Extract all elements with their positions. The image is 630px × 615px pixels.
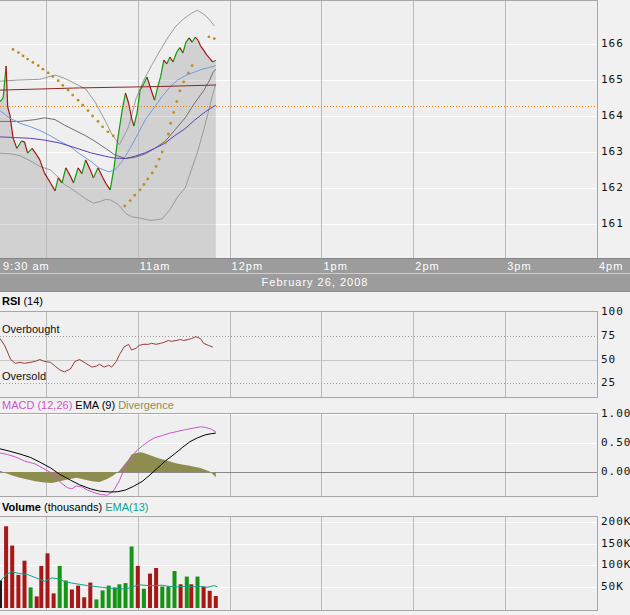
volume-bar	[52, 593, 56, 608]
oversold-label: Oversold	[2, 370, 46, 382]
y-axis-label: 200K	[601, 515, 630, 528]
sar-dot	[169, 122, 172, 125]
y-axis-label: 0.00	[601, 465, 630, 478]
sar-dot	[172, 111, 175, 114]
volume-bar	[76, 586, 80, 608]
sar-dot	[61, 84, 64, 87]
price-chart	[0, 0, 598, 258]
sar-dot	[81, 104, 84, 107]
time-axis-label: 11am	[140, 260, 171, 272]
rsi-chart	[0, 311, 598, 398]
panel-title-part: Volume	[2, 501, 41, 513]
y-axis-label: 100	[601, 305, 624, 318]
sar-dot	[179, 89, 182, 92]
sar-dot	[213, 37, 216, 40]
rsi-plot	[0, 311, 598, 398]
sar-dot	[208, 35, 211, 38]
volume-bar	[10, 546, 14, 608]
sar-dot	[71, 94, 74, 97]
time-axis-label: 1pm	[323, 260, 347, 272]
y-axis-label: 166	[601, 37, 624, 50]
panel-title-part: EMA(13)	[102, 501, 148, 513]
sar-dot	[107, 130, 110, 133]
time-axis-bar: 9:30 am11am12pm1pm2pm3pm4pm	[0, 258, 630, 273]
sar-dot	[167, 133, 170, 136]
y-axis-label: 163	[601, 145, 624, 158]
volume-bar	[179, 584, 183, 608]
y-axis-label: 162	[601, 181, 624, 194]
time-axis-label: 9:30 am	[3, 260, 50, 272]
volume-bar	[196, 577, 200, 608]
panel-title-part: EMA (9)	[72, 399, 115, 411]
volume-bar	[148, 574, 152, 608]
volume-chart	[0, 516, 598, 611]
sar-dot	[37, 64, 40, 67]
sar-dot	[155, 165, 158, 168]
volume-bar	[0, 581, 2, 609]
sar-dot	[32, 61, 35, 64]
panel-title-part: RSI	[2, 295, 20, 307]
sar-dot	[151, 172, 154, 175]
sar-dot	[101, 125, 104, 128]
sar-dot	[87, 109, 90, 112]
volume-bar	[58, 566, 62, 608]
sar-dot	[139, 188, 142, 191]
panel-title-part: MACD (12,26)	[2, 399, 72, 411]
y-axis-label: 50K	[601, 580, 624, 593]
overbought-label: Overbought	[2, 323, 59, 335]
y-axis-label: 161	[601, 217, 624, 230]
volume-bar	[136, 566, 140, 608]
y-axis-label: 1.00	[601, 407, 630, 420]
volume-bar	[70, 590, 74, 609]
volume-bar	[82, 597, 86, 608]
sar-dot	[175, 100, 178, 103]
volume-bar	[189, 584, 193, 608]
y-axis-label: 0.50	[601, 436, 630, 449]
y-axis-label: 75	[601, 329, 616, 342]
sar-dot	[182, 80, 185, 83]
volume-bar	[107, 586, 111, 608]
sar-dot	[67, 89, 70, 92]
volume-bar	[202, 587, 206, 609]
panel-title-part: (thousands)	[41, 501, 102, 513]
time-axis-label: 12pm	[232, 260, 264, 272]
volume-bar	[173, 571, 177, 608]
date-bar: February 26, 2008	[0, 274, 630, 292]
sar-dot	[143, 183, 146, 186]
volume-bar	[130, 547, 134, 609]
price-plot	[0, 0, 598, 258]
volume-bar	[113, 587, 117, 608]
sar-dot	[123, 205, 126, 208]
volume-bar	[4, 526, 8, 608]
sar-dot	[146, 178, 149, 181]
sar-dot	[187, 71, 190, 74]
sar-dot	[47, 71, 50, 74]
date-label: February 26, 2008	[262, 276, 369, 288]
stock-chart-screen: 9:30 am11am12pm1pm2pm3pm4pm February 26,…	[0, 0, 630, 615]
volume-bar	[160, 587, 164, 609]
sar-dot	[57, 79, 60, 82]
volume-bar	[94, 599, 98, 608]
sar-dot	[12, 48, 15, 51]
y-axis-label: 50	[601, 353, 616, 366]
sar-dot	[164, 142, 167, 145]
sar-dot	[133, 194, 136, 197]
sar-dot	[129, 199, 132, 202]
volume-bar	[154, 568, 158, 608]
volume-bar	[117, 584, 121, 608]
volume-bar	[29, 587, 33, 608]
volume-bar	[185, 577, 189, 608]
volume-bar	[23, 561, 27, 608]
y-axis-label: 165	[601, 73, 624, 86]
sar-dot	[22, 55, 25, 58]
time-axis-label: 2pm	[415, 260, 439, 272]
sar-dot	[191, 64, 194, 67]
macd-chart	[0, 413, 598, 497]
time-axis-label: 3pm	[507, 260, 531, 272]
sar-dot	[97, 120, 100, 123]
sar-dot	[26, 58, 29, 61]
rsi-title: RSI (14)	[2, 292, 43, 310]
volume-bar	[39, 566, 43, 608]
y-axis-label: 164	[601, 109, 624, 122]
volume-plot	[0, 516, 598, 611]
